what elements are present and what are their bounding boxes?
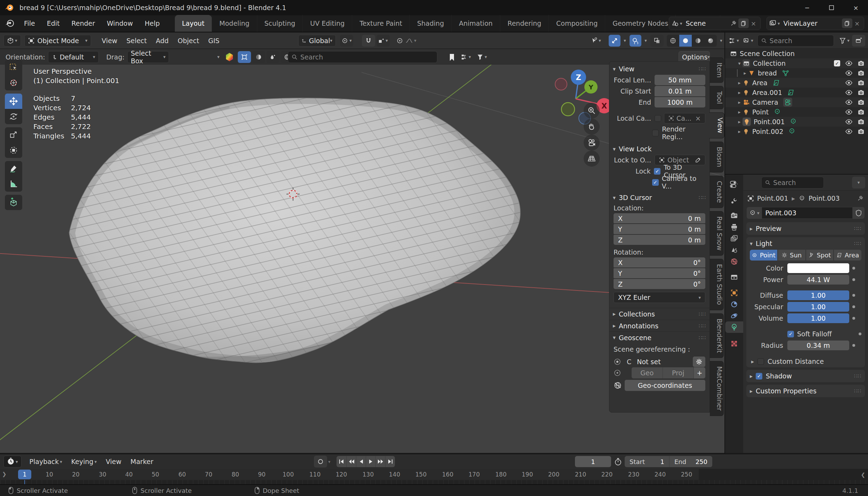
light-datablock-dropdown[interactable] xyxy=(747,207,762,219)
hide-eye-icon[interactable] xyxy=(845,128,853,135)
outliner-filter-dropdown[interactable] xyxy=(838,35,851,47)
toggle-xray[interactable] xyxy=(650,35,664,47)
light-radius-field[interactable]: 0.34 m xyxy=(787,341,849,350)
minimize-button[interactable]: ─ xyxy=(795,0,819,15)
properties-tab-scene[interactable] xyxy=(725,244,743,256)
pin-icon[interactable] xyxy=(730,20,737,27)
tool-select-box[interactable] xyxy=(5,60,22,75)
end-frame-field[interactable]: End250 xyxy=(669,456,712,467)
menu-window[interactable]: Window xyxy=(101,15,139,32)
gizmo-dropdown[interactable] xyxy=(621,35,628,47)
shading-solid-button[interactable] xyxy=(679,35,692,47)
properties-search-box[interactable] xyxy=(761,177,824,189)
gis-select-tool[interactable] xyxy=(238,51,251,63)
animate-dot[interactable] xyxy=(852,278,855,281)
scene-selector[interactable]: Scene xyxy=(669,17,761,30)
blender-menu-icon[interactable] xyxy=(4,18,15,29)
tree-filter-dropdown[interactable] xyxy=(459,51,472,63)
custom-distance-checkbox[interactable] xyxy=(757,358,764,365)
sidebar-tab-matcombiner[interactable]: MatCombiner xyxy=(710,361,724,416)
menu-file[interactable]: File xyxy=(18,15,41,32)
workspace-tab-uv-editing[interactable]: UV Editing xyxy=(302,15,352,32)
sidebar-tab-blenderkit[interactable]: BlenderKit xyxy=(710,313,724,358)
hide-eye-icon[interactable] xyxy=(845,118,853,126)
radio-icon[interactable] xyxy=(614,358,621,366)
render-region-checkbox[interactable] xyxy=(652,130,659,136)
new-view-layer-button[interactable] xyxy=(842,18,852,28)
camera-data-active-highlight[interactable] xyxy=(783,98,792,107)
auto-keying-dropdown[interactable] xyxy=(328,459,331,464)
play-button[interactable] xyxy=(366,456,375,467)
panel-annotations-header[interactable]: Annotations xyxy=(609,320,709,331)
disable-render-icon[interactable] xyxy=(858,99,865,106)
panel-view-header[interactable]: View xyxy=(609,63,709,75)
auto-keying-toggle[interactable] xyxy=(314,456,327,467)
cursor-loc-y[interactable]: Y0 m xyxy=(614,224,705,234)
pin-icon[interactable] xyxy=(857,195,864,202)
properties-editor-type-button[interactable] xyxy=(725,177,743,192)
outliner-row-bread[interactable]: bread xyxy=(725,68,868,78)
add-crs-button[interactable]: + xyxy=(693,367,705,378)
outliner-row-camera[interactable]: Camera xyxy=(725,97,868,107)
new-scene-button[interactable] xyxy=(738,18,749,28)
shading-material-button[interactable] xyxy=(692,35,704,47)
mode-selector[interactable]: Object Mode xyxy=(24,35,91,47)
object-type-visibility-dropdown[interactable] xyxy=(589,35,602,47)
eyedropper-icon[interactable] xyxy=(695,157,701,163)
timeline-menu-marker[interactable]: Marker xyxy=(126,458,158,465)
jump-to-end-button[interactable] xyxy=(385,456,395,467)
cursor-loc-z[interactable]: Z0 m xyxy=(614,235,705,245)
datablock-name-field[interactable]: Point.003 xyxy=(762,207,853,219)
show-gizmo-toggle[interactable] xyxy=(609,35,620,47)
gis-search-box[interactable] xyxy=(288,51,437,63)
outliner-row-area[interactable]: Area xyxy=(725,78,868,88)
view-layer-selector[interactable]: ViewLayer xyxy=(766,17,864,30)
new-collection-button[interactable] xyxy=(852,35,865,47)
lock-to-3d-cursor-checkbox[interactable] xyxy=(654,168,660,175)
sidebar-tab-blosm[interactable]: Blosm xyxy=(710,142,724,172)
workspace-tab-geometry-nodes[interactable]: Geometry Nodes xyxy=(605,15,675,32)
previous-keyframe-button[interactable] xyxy=(346,456,356,467)
panel-light-header[interactable]: Light xyxy=(746,237,865,250)
proj-button[interactable]: Proj xyxy=(663,367,694,378)
radio-icon-2[interactable] xyxy=(614,369,621,377)
properties-tab-collection[interactable] xyxy=(725,271,743,283)
hide-eye-icon[interactable] xyxy=(845,79,853,87)
view-layer-name[interactable]: ViewLayer xyxy=(780,19,821,27)
remove-view-layer-button[interactable] xyxy=(854,20,860,27)
custom-distance-subpanel[interactable]: Custom Distance xyxy=(746,355,865,367)
workspace-tab-texture-paint[interactable]: Texture Paint xyxy=(352,15,409,32)
sidebar-tab-earth-studio[interactable]: Earth Studio xyxy=(710,259,724,310)
menu-render[interactable]: Render xyxy=(66,15,101,32)
viewport-camera-view-button[interactable] xyxy=(584,135,600,151)
workspace-tab-animation[interactable]: Animation xyxy=(451,15,500,32)
shading-dropdown[interactable] xyxy=(717,35,724,47)
properties-tab-world[interactable] xyxy=(725,256,743,267)
tool-add-cube[interactable] xyxy=(5,195,22,210)
tool-cursor[interactable] xyxy=(5,75,22,90)
shading-rendered-button[interactable] xyxy=(704,35,717,47)
snap-toggle[interactable] xyxy=(362,35,375,47)
sideb​ar-tab-real-snow[interactable]: Real Snow xyxy=(710,211,724,256)
disable-render-icon[interactable] xyxy=(858,128,865,135)
light-type-sun[interactable]: Sun xyxy=(778,250,805,261)
properties-tab-physics[interactable] xyxy=(725,310,743,321)
close-button[interactable] xyxy=(844,0,868,15)
properties-tab-output[interactable] xyxy=(725,221,743,233)
workspace-tab-layout[interactable]: Layout xyxy=(175,15,212,32)
panel-preview[interactable]: Preview xyxy=(746,222,865,235)
cursor-loc-x[interactable]: X0 m xyxy=(614,213,705,223)
filter-funnel-dropdown[interactable] xyxy=(475,51,488,63)
clear-local-camera-icon[interactable] xyxy=(695,114,701,122)
editor-type-button[interactable] xyxy=(3,35,21,47)
sidebar-tab-item[interactable]: Item xyxy=(710,57,724,83)
outliner-row-point[interactable]: Point xyxy=(725,107,868,117)
viewport-menu-select[interactable]: Select xyxy=(122,37,152,45)
light-type-point[interactable]: Point xyxy=(750,250,777,261)
outliner-row-scene-collection[interactable]: Scene Collection xyxy=(725,49,868,58)
gis-collapse-icon[interactable] xyxy=(217,54,220,59)
disable-render-icon[interactable] xyxy=(858,109,865,115)
focal-length-field[interactable]: 50 mm xyxy=(655,75,705,85)
local-camera-checkbox[interactable] xyxy=(655,115,661,122)
tool-rotate[interactable] xyxy=(5,109,22,124)
